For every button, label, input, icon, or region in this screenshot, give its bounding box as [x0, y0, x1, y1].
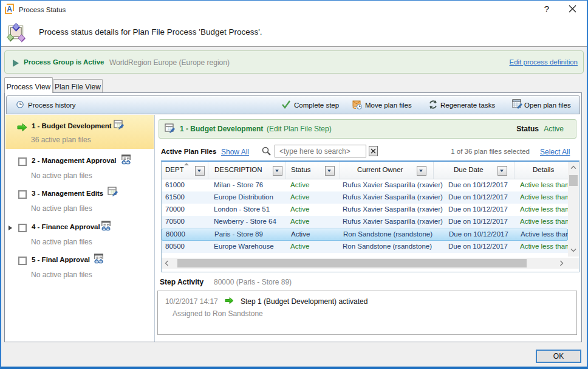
- svg-text:A: A: [7, 5, 12, 13]
